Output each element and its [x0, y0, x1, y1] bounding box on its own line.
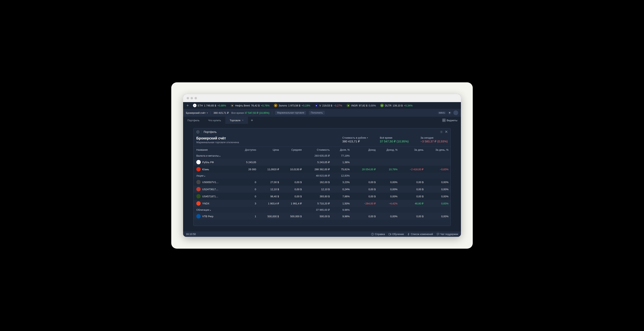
ticker-item[interactable]: ● V 219,53 $ −0,27% — [315, 104, 342, 107]
asset-icon — [196, 214, 201, 218]
tab-buy[interactable]: Что купить — [204, 117, 225, 124]
close-icon[interactable]: × — [242, 119, 244, 122]
col-income-pct[interactable]: Доход, % — [378, 147, 400, 153]
cell-avg — [281, 159, 304, 166]
separator — [210, 111, 211, 114]
cell-value: 393,60 $ — [304, 193, 332, 200]
help-link[interactable]: ? Справка — [371, 233, 385, 236]
cell-price — [258, 159, 281, 166]
alltime-value: 37 547,50 ₽ (10,95%) — [380, 140, 408, 143]
table-row[interactable]: Юань 26 000 11,0920 ₽ 10,0130 ₽ 288 392,… — [194, 166, 450, 173]
cell-value: 5 243,05 ₽ — [304, 159, 332, 166]
close-dot[interactable] — [187, 97, 189, 99]
today-value: −3 580,37 ₽ (0,93%) — [420, 140, 448, 143]
cell-share: 1,38% — [332, 159, 352, 166]
asset-icon — [196, 167, 201, 171]
user-avatar[interactable] — [454, 110, 458, 115]
ticker-item[interactable]: ● Золото 1 973,58 $ +0,19% — [274, 104, 310, 107]
cell-day-pct: −0,83% — [426, 166, 450, 173]
ticker-icon: ● — [315, 104, 318, 107]
header-alltime: Все время 37 547,50 ₽ (10,95%) — [232, 111, 270, 114]
ticker-icon: ● — [346, 104, 350, 107]
cell-avail: 1 — [236, 213, 258, 220]
topup-button[interactable]: Пополнить — [309, 111, 324, 115]
tab-portfolio[interactable]: Портфель — [183, 117, 204, 124]
table-row[interactable]: VTB Perp 1 500,000 $ 500,000 $ 500,00 $ … — [194, 213, 450, 220]
ticker-bar: ● ETH 1 749,65 $ +0,88% ● Нефть Brent 76… — [183, 102, 461, 109]
widgets-button[interactable]: Виджеты — [439, 119, 461, 122]
maximize-dot[interactable] — [194, 97, 197, 99]
asset-name: YNDX — [202, 202, 209, 205]
col-avg[interactable]: Средняя — [281, 147, 304, 153]
table-row[interactable]: YNDX 3 1 903,4 ₽ 1 991,4 ₽ 5 710,20 ₽ 1,… — [194, 200, 450, 207]
tab-trade[interactable]: Торговля × — [225, 117, 248, 124]
cell-income-pct: 0,00% — [378, 179, 400, 186]
cell-day: 0,00 $ — [400, 193, 426, 200]
group-name: Акции — [196, 174, 204, 177]
portfolio-table: Название Доступно Цена Средняя Стоимость… — [194, 147, 450, 220]
ticker-icon: ● — [193, 104, 196, 107]
value-dropdown[interactable]: Стоимость в рублях ▾ — [342, 136, 368, 139]
ticker-item[interactable]: ● DLTR 139,10 $ +0,34% — [380, 104, 412, 107]
cell-value: 162,00 $ — [304, 179, 332, 186]
account-name: Брокерский счёт — [196, 136, 330, 140]
ticker-item[interactable]: ● ETH 1 749,65 $ +0,88% — [193, 104, 226, 107]
table-row[interactable]: Рубль РФ 5 243,05 5 243,05 ₽ 1,38% — [194, 159, 450, 166]
col-value[interactable]: Стоимость — [304, 147, 332, 153]
support-link[interactable]: Чат поддержки — [437, 233, 458, 236]
group-share: 77,19% — [332, 153, 352, 159]
margin-badge[interactable]: Маржинальная торговля — [275, 111, 306, 115]
cell-income: 28 054,00 ₽ — [352, 166, 378, 173]
col-price[interactable]: Цена — [258, 147, 281, 153]
ticker-change: −0,27% — [334, 104, 342, 107]
add-tab-button[interactable] — [248, 117, 256, 123]
table-row[interactable]: US00507V1… 0 27,00 $ 0,00 $ 162,00 $ 3,2… — [194, 179, 450, 186]
portfolio-value: 380 415,71 ₽ — [342, 140, 368, 143]
chevron-down-icon: ▾ — [207, 112, 208, 114]
ticker-price: 219,53 $ — [322, 104, 332, 107]
gear-icon[interactable] — [440, 130, 443, 134]
cell-day-pct: 0,00% — [426, 213, 450, 220]
col-day-pct[interactable]: За день, % — [426, 147, 450, 153]
minimize-dot[interactable] — [190, 97, 193, 99]
theme-toggle[interactable] — [448, 111, 452, 115]
col-avail[interactable]: Доступно — [236, 147, 258, 153]
ticker-item[interactable]: ● INGR 97,82 $ 0,00% — [346, 104, 376, 107]
col-income[interactable]: Доход — [352, 147, 378, 153]
cell-income: −264,00 ₽ — [352, 200, 378, 207]
cell-day: 46,80 ₽ — [400, 200, 426, 207]
ticker-item[interactable]: ● Нефть Brent 76,42 $ +0,76% — [230, 104, 270, 107]
cell-income-pct: 0,00% — [378, 186, 400, 193]
col-share[interactable]: Доля, % — [332, 147, 352, 153]
close-icon[interactable] — [445, 130, 448, 134]
tutorial-link[interactable]: Обучение — [388, 233, 404, 236]
account-dropdown[interactable]: Брокерский счёт ▾ — [186, 111, 208, 114]
svg-rect-17 — [389, 233, 390, 235]
ticker-symbol: INGR — [351, 104, 358, 107]
chevron-down-icon: ▾ — [367, 137, 368, 139]
cell-avail: 3 — [236, 200, 258, 207]
table-row[interactable]: US2473617… 0 12,10 $ 0,00 $ 12,10 $ 0,24… — [194, 186, 450, 193]
col-day[interactable]: За день — [400, 147, 426, 153]
group-row[interactable]: Облигации ▴ 37 965,00 ₽ 9,98% — [194, 207, 450, 213]
add-button[interactable] — [196, 130, 200, 134]
asset-icon — [196, 187, 201, 191]
cell-income — [352, 159, 378, 166]
group-value: 37 965,00 ₽ — [304, 207, 332, 213]
svg-point-14 — [441, 132, 442, 132]
col-name[interactable]: Название — [194, 147, 236, 153]
separator — [272, 111, 272, 114]
group-row[interactable]: Валюта и металлы ▴ 293 635,05 ₽ 77,19% — [194, 153, 450, 159]
cell-price: 1 903,4 ₽ — [258, 200, 281, 207]
table-row[interactable]: US4571871… 0 98,40 $ 0,00 $ 393,60 $ 7,8… — [194, 193, 450, 200]
help-icon: ? — [371, 233, 374, 236]
wavg-badge[interactable]: WAVG — [438, 112, 446, 114]
group-row[interactable]: Акции ▴ 48 815,66 ₽ 12,83% — [194, 173, 450, 179]
cell-share: 0,24% — [332, 186, 352, 193]
asset-icon — [196, 180, 201, 184]
changelog-link[interactable]: Список изменений — [408, 233, 433, 236]
chat-icon — [437, 233, 440, 236]
ticker-price: 97,82 $ — [359, 104, 368, 107]
group-value: 293 635,05 ₽ — [304, 153, 332, 159]
add-ticker-button[interactable] — [186, 104, 190, 107]
